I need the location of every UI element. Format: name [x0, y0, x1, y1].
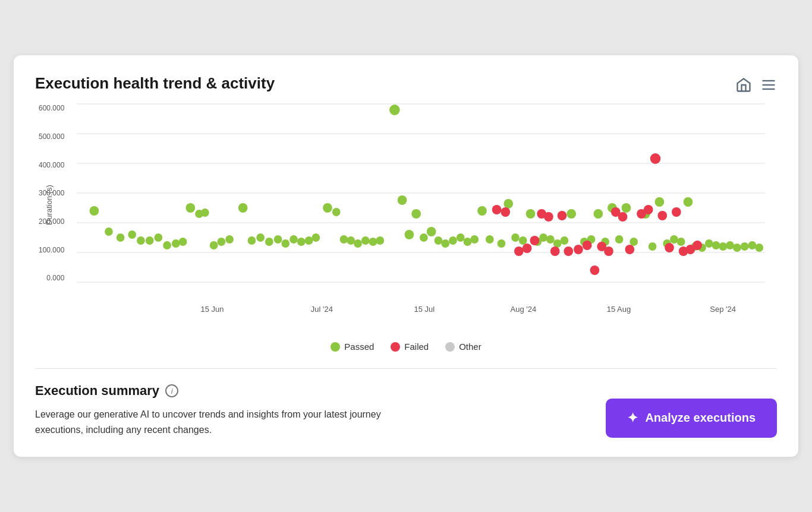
svg-point-27	[248, 236, 256, 245]
svg-point-86	[705, 239, 713, 248]
svg-point-81	[670, 235, 678, 244]
svg-point-33	[297, 238, 306, 246]
x-label-15jun: 15 Jun	[200, 305, 224, 314]
chart-wrapper: Duration (s)	[35, 98, 777, 312]
svg-point-105	[583, 241, 592, 250]
legend-dot-other	[445, 342, 455, 352]
svg-point-55	[470, 235, 479, 244]
svg-point-110	[618, 212, 628, 222]
y-tick-0: 0.000	[46, 274, 64, 282]
svg-point-14	[137, 236, 145, 245]
svg-point-57	[486, 235, 494, 244]
svg-point-25	[225, 235, 234, 244]
svg-point-46	[405, 230, 414, 239]
menu-icon[interactable]	[760, 77, 777, 93]
svg-point-91	[741, 242, 749, 251]
legend-label-passed: Passed	[344, 342, 374, 352]
svg-point-43	[376, 236, 384, 245]
chart-header: Execution health trend & activity	[35, 74, 777, 93]
y-tick-600: 600.000	[39, 104, 64, 112]
summary-description: Leverage our generative AI to uncover tr…	[35, 407, 392, 437]
svg-point-82	[677, 238, 685, 246]
legend-label-failed: Failed	[404, 342, 429, 352]
svg-point-71	[593, 209, 603, 219]
svg-point-58	[498, 239, 506, 248]
svg-point-89	[726, 241, 734, 249]
analyze-btn-label: Analyze executions	[645, 411, 756, 425]
section-divider	[35, 368, 777, 369]
svg-point-100	[544, 212, 553, 222]
svg-point-15	[146, 236, 154, 245]
x-label-aug24: Aug '24	[511, 305, 537, 314]
home-icon[interactable]	[735, 77, 752, 93]
svg-point-114	[650, 153, 661, 164]
svg-point-42	[369, 238, 377, 246]
y-tick-500: 500.000	[39, 132, 64, 141]
summary-title: Execution summary i	[35, 383, 392, 399]
svg-point-65	[546, 235, 555, 244]
legend-label-other: Other	[459, 342, 481, 352]
svg-point-68	[566, 209, 576, 219]
x-label-jul24: Jul '24	[311, 305, 333, 314]
svg-point-116	[665, 243, 674, 252]
svg-point-61	[519, 236, 527, 245]
svg-point-34	[305, 236, 313, 245]
svg-point-45	[398, 195, 407, 205]
x-label-sep24: Sep '24	[710, 305, 736, 314]
svg-point-102	[558, 211, 567, 220]
analyze-executions-button[interactable]: ✦ Analyze executions	[606, 399, 777, 438]
svg-point-108	[604, 246, 613, 256]
svg-point-38	[340, 235, 348, 244]
svg-point-22	[201, 208, 209, 217]
svg-point-51	[441, 239, 449, 248]
svg-point-92	[748, 241, 757, 249]
svg-point-74	[615, 235, 624, 244]
svg-point-26	[238, 203, 248, 213]
chart-svg	[77, 104, 765, 282]
svg-point-18	[172, 239, 180, 248]
legend-passed: Passed	[331, 342, 374, 352]
svg-point-59	[503, 199, 513, 208]
svg-point-49	[427, 227, 436, 236]
svg-point-97	[523, 244, 532, 253]
svg-point-90	[733, 244, 741, 252]
svg-point-88	[719, 242, 727, 251]
svg-point-19	[179, 238, 187, 246]
svg-point-62	[526, 209, 536, 219]
y-tick-100: 100.000	[39, 246, 64, 254]
svg-point-87	[712, 241, 720, 249]
svg-point-79	[655, 197, 665, 207]
svg-point-78	[649, 242, 657, 251]
sparkle-icon: ✦	[627, 410, 638, 426]
info-icon[interactable]: i	[165, 384, 178, 397]
svg-point-75	[622, 203, 631, 213]
svg-point-16	[155, 233, 163, 242]
svg-point-32	[289, 235, 298, 244]
svg-point-37	[332, 208, 341, 216]
svg-point-40	[354, 239, 362, 248]
summary-title-text: Execution summary	[35, 383, 159, 399]
legend-other: Other	[445, 342, 481, 352]
svg-point-24	[218, 238, 226, 246]
svg-point-39	[347, 236, 355, 245]
svg-point-94	[492, 205, 502, 214]
chart-area: 15 Jun Jul '24 15 Jul Aug '24 15 Aug Sep…	[77, 104, 765, 282]
svg-point-120	[693, 241, 702, 250]
svg-point-30	[274, 235, 282, 244]
svg-point-28	[256, 233, 265, 242]
svg-point-48	[420, 233, 428, 242]
summary-section: Execution summary i Leverage our generat…	[35, 383, 777, 437]
svg-point-17	[163, 241, 171, 249]
chart-title: Execution health trend & activity	[35, 74, 275, 93]
svg-point-53	[457, 233, 465, 242]
svg-point-95	[501, 207, 510, 217]
legend-dot-failed	[391, 342, 400, 352]
chart-legend: Passed Failed Other	[35, 342, 777, 352]
svg-point-54	[464, 238, 472, 246]
chart-toolbar	[735, 77, 777, 93]
svg-point-13	[128, 230, 136, 239]
svg-point-104	[574, 245, 583, 254]
y-tick-300: 300.000	[39, 189, 64, 197]
svg-point-67	[561, 236, 569, 245]
svg-point-111	[625, 245, 634, 254]
